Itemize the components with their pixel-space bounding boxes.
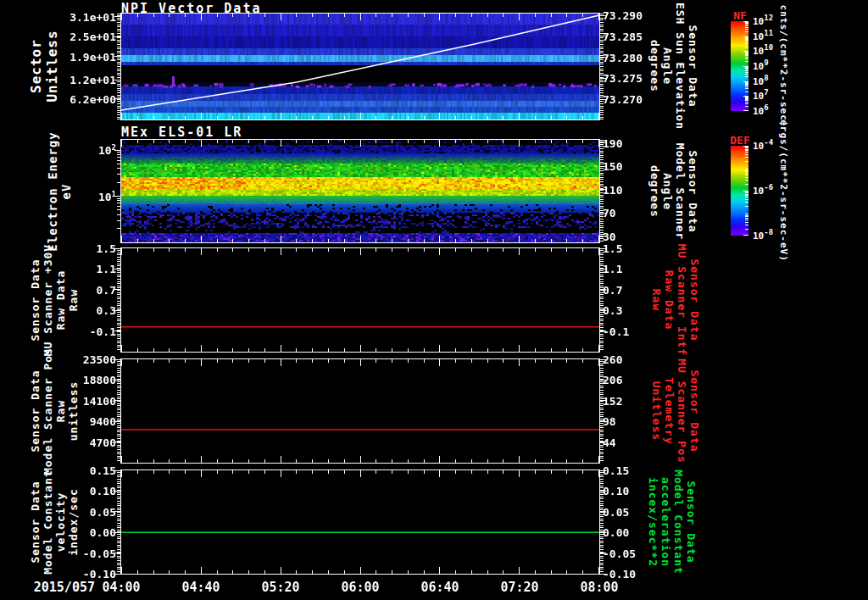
- colorbar-minortick-NF: [745, 27, 748, 28]
- colorbar-def-title: DEF: [723, 134, 757, 147]
- colorbar-minortick-NF: [745, 66, 748, 67]
- colorbar-minortick-NF: [745, 40, 748, 41]
- y2-tick-label-npi: 73.285: [603, 31, 643, 43]
- colorbar-minortick-NF: [745, 69, 748, 69]
- colorbar-minortick-DEF: [745, 161, 748, 162]
- colorbar-minortick-NF: [745, 38, 748, 39]
- colorbar-minortick-NF: [745, 55, 748, 56]
- y-tick-label-model-constant-velocity: 0.05: [57, 506, 116, 519]
- y-tick-label-npi: 2.5e+01: [57, 31, 116, 43]
- y2-label-model-constant-accel-text: Sensor Data Model Constant acceleration …: [647, 469, 698, 575]
- colorbar-tick-label-NF: 108: [753, 76, 769, 87]
- colorbar-minortick-DEF: [745, 171, 748, 172]
- colorbar-minortick-DEF: [745, 180, 748, 181]
- y-tick-label-mu-scanner-30v: 0.7: [57, 284, 116, 297]
- colorbar-minortick-DEF: [745, 216, 748, 217]
- colorbar-minortick-NF: [745, 68, 748, 69]
- y-tick-label-model-constant-velocity: -0.05: [57, 547, 116, 560]
- colorbar-minortick-DEF: [745, 170, 748, 171]
- y-tick-label-npi: 6.2e+00: [57, 93, 116, 106]
- colorbar-minortick-NF: [745, 43, 748, 44]
- y-tick-label-mu-scanner-30v: 1.5: [57, 242, 116, 255]
- y-label-mu-scanner-30v-text: Sensor Data MU Scanner +30V Raw Data Raw: [29, 244, 80, 356]
- y-tick-label-els: 102: [57, 144, 116, 157]
- colorbar-minortick-NF: [745, 100, 748, 101]
- y2-tick-label-els: 150: [603, 160, 622, 173]
- y2-label-mu-scanner-intf-text: Sensor Data MU Scanner Intf Raw Data Raw: [650, 244, 701, 356]
- y-tick-label-npi: 1.2e+01: [57, 74, 116, 86]
- colorbar-minortick-DEF: [745, 215, 748, 216]
- colorbar-minortick-DEF: [745, 229, 748, 230]
- x-tick-label: 05:20: [253, 580, 308, 595]
- y2-tick-label-els: 70: [603, 207, 616, 219]
- y2-tick-label-model-constant-velocity: 0.15: [603, 464, 629, 477]
- colorbar-minortick-NF: [745, 88, 748, 89]
- colorbar-minortick-DEF: [745, 184, 748, 185]
- panel-canvas-npi: [113, 13, 608, 120]
- colorbar-minortick-DEF: [745, 175, 748, 175]
- colorbar-minortick-DEF: [745, 225, 748, 225]
- colorbar-minortick-NF: [745, 22, 748, 23]
- y2-tick-label-model-constant-velocity: -0.10: [603, 568, 636, 581]
- colorbar-minortick-NF: [745, 36, 748, 37]
- x-tick-label: 07:20: [492, 580, 547, 595]
- colorbar-minortick-DEF: [745, 173, 748, 174]
- y2-label-model-scanner-angle-text: Sensor Data Model Scanner Angle degrees: [648, 143, 699, 241]
- colorbar-minortick-DEF: [745, 192, 748, 192]
- y2-tick-label-npi: 73.275: [603, 72, 643, 85]
- panel-canvas-mu-scanner-30v: [113, 247, 608, 353]
- colorbar-tick-label-NF: 106: [753, 106, 769, 117]
- y2-tick-label-model-constant-velocity: 0.05: [603, 506, 629, 519]
- x-axis-date-label: 2015/057: [10, 580, 95, 595]
- colorbar-minortick-NF: [745, 70, 748, 71]
- colorbar-tick-label-DEF: 10-4: [753, 141, 773, 152]
- y-tick-label-els: 101: [57, 191, 116, 203]
- colorbar-minortick-DEF: [745, 194, 748, 195]
- colorbar-minortick-DEF: [745, 222, 748, 223]
- colorbar-minortick-DEF: [745, 150, 748, 151]
- y2-tick-label-model-constant-velocity: -0.05: [603, 547, 636, 560]
- y2-tick-label-mu-scanner-30v: 0.3: [603, 304, 622, 317]
- y-tick-label-model-constant-velocity: 0.10: [57, 485, 116, 497]
- y-tick-label-model-scanner-pos: 23500: [57, 353, 116, 366]
- colorbar-minortick-NF: [745, 37, 748, 38]
- colorbar-minortick-NF: [745, 67, 748, 68]
- colorbar-minortick-DEF: [745, 169, 748, 169]
- y2-label-sun-elevation-text: Sensor Data ESH Sun Elevation Angle degr…: [648, 3, 699, 130]
- x-tick-label: 04:00: [94, 580, 148, 595]
- y2-tick-label-els: 30: [603, 231, 616, 243]
- colorbar-minortick-NF: [745, 24, 748, 25]
- colorbar-minortick-NF: [745, 47, 748, 47]
- y2-tick-label-model-scanner-pos: 260: [603, 353, 622, 366]
- colorbar-nf-units-text: cnts/(cm**2-sr-sec): [778, 5, 789, 128]
- colorbar-minortick-DEF: [745, 206, 748, 207]
- colorbar-tick-label-NF: 1011: [753, 31, 773, 42]
- colorbar-minortick-DEF: [745, 147, 748, 147]
- colorbar-minortick-DEF: [745, 202, 748, 203]
- y2-tick-label-npi: 73.270: [603, 93, 643, 106]
- colorbar-minortick-NF: [745, 99, 748, 100]
- colorbar-minortick-NF: [745, 29, 748, 30]
- y2-tick-label-model-constant-velocity: 0.00: [603, 526, 629, 539]
- y2-label-mu-scanner-pos-text: Sensor Data MU Scanner Pos Telemetry Uni…: [650, 358, 701, 464]
- y-label-model-scanner-pos-text: Sensor Data Model Scanner Pos Raw unitle…: [29, 347, 80, 475]
- panel-canvas-els: [113, 139, 608, 243]
- plot-page: NPI Vector Data MEx ELS-01 LR Sector Uni…: [0, 0, 868, 600]
- y-tick-label-model-constant-velocity: 0.00: [57, 526, 116, 539]
- y-tick-label-mu-scanner-30v: 1.1: [57, 263, 116, 275]
- colorbar-minortick-DEF: [745, 149, 748, 150]
- x-tick-label: 08:00: [572, 580, 626, 595]
- colorbar-minortick-DEF: [745, 152, 748, 153]
- colorbar-minortick-DEF: [745, 192, 748, 193]
- colorbar-minortick-NF: [745, 57, 748, 58]
- y-tick-label-npi: 1.9e+01: [57, 51, 116, 64]
- x-tick-label: 06:40: [413, 580, 467, 595]
- colorbar-minortick-DEF: [745, 197, 748, 197]
- colorbar-tick-label-DEF: 10-6: [753, 186, 773, 197]
- colorbar-minortick-DEF: [745, 214, 748, 214]
- colorbar-minortick-NF: [745, 61, 748, 62]
- colorbar-tick-label-NF: 107: [753, 91, 769, 102]
- colorbar-minortick-NF: [745, 103, 748, 104]
- y2-tick-label-mu-scanner-30v: 0.7: [603, 284, 622, 297]
- colorbar-minortick-NF: [745, 72, 748, 73]
